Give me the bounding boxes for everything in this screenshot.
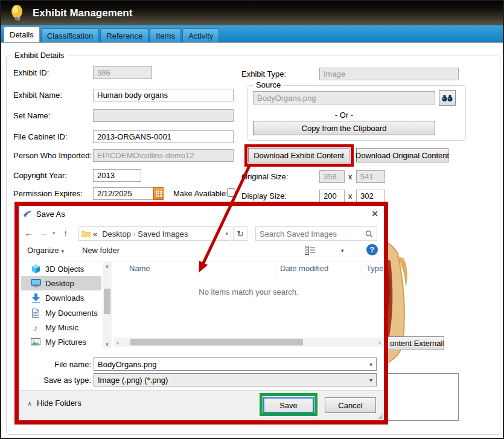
column-header-type[interactable]: Type [366,264,383,273]
column-divider[interactable] [362,263,362,276]
sidebar-item-downloads[interactable]: Downloads [21,290,101,305]
tab-reference[interactable]: Reference [100,28,148,42]
exhibit-type-field [319,68,459,80]
notes-box[interactable] [388,373,459,421]
close-icon[interactable]: × [368,207,382,220]
copy-from-clipboard-button[interactable]: Copy from the Clipboard [253,121,435,135]
file-name-label: File name: [19,360,91,369]
download-original-content-button[interactable]: Download Original Content [356,148,448,162]
original-width-field [319,170,345,183]
save-highlight-box [260,393,317,416]
save-as-type-label: Save as type: [19,376,91,385]
back-icon[interactable]: ← [24,228,33,238]
sidebar-item-desktop[interactable]: Desktop [21,276,101,290]
file-cabinet-id-label: File Cabinet ID: [13,132,68,141]
exhibit-name-label: Exhibit Name: [13,91,62,100]
source-groupbox: Source - Or - Copy from the Clipboard [247,85,466,141]
scroll-up-icon[interactable]: ∧ [103,262,112,271]
organize-menu-button[interactable]: Organize ▾ [27,246,64,255]
column-header-name[interactable]: Name [129,264,150,273]
save-as-dialog-icon [23,210,33,218]
sidebar-scrollbar-thumb[interactable] [104,289,110,314]
breadcrumb-saved-images[interactable]: Saved Images [138,229,188,239]
sidebar-item-3d-objects[interactable]: 3D Objects [21,261,101,276]
breadcrumb-separator-icon: › [133,231,135,237]
sidebar-item-my-music[interactable]: ♪ My Music [21,320,101,335]
scroll-down-icon[interactable]: ∨ [103,340,112,348]
save-as-type-value: Image (.png) (*.png) [94,376,168,385]
lightbulb-icon [10,4,25,22]
scroll-right-icon[interactable]: › [375,338,384,347]
display-height-field[interactable] [356,190,385,202]
view-mode-chevron-icon[interactable]: ▾ [341,248,344,254]
page-title: Exhibit Management [33,7,132,19]
empty-folder-message: No items match your search. [113,287,384,296]
permission-expires-field[interactable] [93,187,153,200]
or-separator-text: - Or - [253,111,435,120]
search-box [255,226,377,241]
dialog-footer: ∧ Hide Folders Save Cancel [19,390,384,420]
nav-history-chevron-icon[interactable]: ▾ [53,230,56,236]
permission-expires-label: Permission Expires: [13,189,83,198]
source-group-title: Source [253,80,284,89]
make-available-label: Make Available: [173,189,228,198]
calendar-picker-button[interactable] [153,187,164,200]
breadcrumb-prefix[interactable]: « [93,229,97,239]
resize-grip[interactable] [378,414,383,419]
file-cabinet-id-field[interactable] [93,130,234,143]
cancel-button[interactable]: Cancel [325,397,376,413]
source-file-field [253,91,435,104]
display-size-label: Display Size: [241,191,287,200]
hide-folders-chevron-icon[interactable]: ∧ [27,400,32,408]
display-size-x: x [348,191,352,200]
column-divider[interactable] [276,263,276,276]
forward-icon[interactable]: → [39,228,48,238]
tab-items[interactable]: Items [150,28,181,42]
search-icon[interactable] [365,230,373,238]
document-icon [30,309,42,318]
desktop-icon [30,279,42,287]
tab-activity[interactable]: Activity [182,28,219,42]
new-folder-button[interactable]: New folder [82,246,120,255]
original-size-label: Original Size: [241,172,288,181]
refresh-icon[interactable]: ↻ [233,226,247,241]
help-icon[interactable]: ? [366,244,378,255]
make-available-checkbox[interactable] [227,188,235,197]
sidebar-scrollbar[interactable]: ∧ ∨ [103,262,112,348]
download-arrow-icon [30,293,42,303]
hide-folders-button[interactable]: Hide Folders [37,399,81,408]
save-as-type-combo[interactable]: Image (.png) (*.png) ▾ [94,373,377,386]
set-name-field [93,109,234,122]
download-exhibit-content-button[interactable]: Download Exhibit Content [248,148,349,162]
sidebar-item-my-documents[interactable]: My Documents [21,306,101,320]
tab-bar: Details Classification Reference Items A… [1,25,503,43]
person-who-imported-label: Person Who Imported: [13,151,92,160]
file-name-chevron-icon[interactable]: ▾ [369,361,376,368]
file-list-scrollbar-thumb[interactable] [130,339,303,345]
file-list-scrollbar[interactable]: ‹ › [113,338,384,347]
exhibit-name-field[interactable] [93,89,234,101]
copyright-year-field[interactable] [93,169,141,182]
tab-classification[interactable]: Classification [41,28,100,42]
view-content-externally-button-partial[interactable]: ontent Externally [387,336,444,350]
calendar-icon [156,191,162,197]
display-width-field[interactable] [319,190,345,202]
up-icon[interactable]: ↑ [63,228,68,238]
address-dropdown-chevron-icon[interactable]: ▾ [225,231,228,237]
breadcrumb-desktop[interactable]: Desktop [102,229,131,239]
scroll-left-icon[interactable]: ‹ [113,338,122,347]
browse-source-button[interactable] [439,90,456,106]
tab-details[interactable]: Details [4,27,40,42]
view-mode-icon[interactable] [305,246,316,255]
person-who-imported-field [93,149,234,162]
file-name-input[interactable] [94,360,369,369]
save-as-type-chevron-icon[interactable]: ▾ [369,377,376,383]
sidebar-item-my-pictures[interactable]: My Pictures [21,335,101,349]
dialog-title: Save As [36,210,65,219]
column-header-date-modified[interactable]: Date modified [280,264,328,273]
exhibit-type-label: Exhibit Type: [241,69,286,79]
address-bar[interactable]: « Desktop › Saved Images ▾ [78,226,231,241]
search-input[interactable] [260,229,365,239]
set-name-label: Set Name: [13,111,50,120]
copyright-year-label: Copyright Year: [13,171,67,180]
